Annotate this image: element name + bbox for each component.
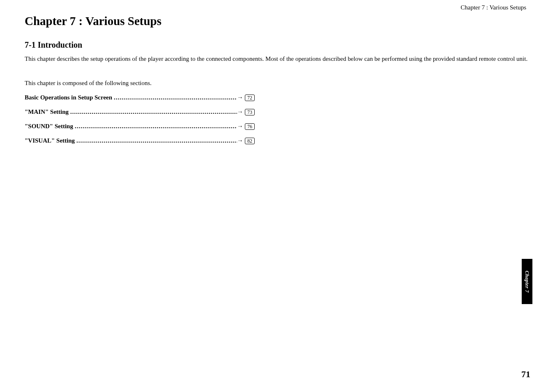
- running-head: Chapter 7 : Various Setups: [25, 4, 530, 11]
- page-number: 71: [521, 369, 530, 380]
- arrow-icon: →: [237, 108, 243, 115]
- toc-entry: "SOUND" Setting ........................…: [25, 123, 255, 130]
- chapter-title: Chapter 7 : Various Setups: [25, 14, 530, 28]
- toc-entry: Basic Operations in Setup Screen .......…: [25, 94, 255, 101]
- toc-leader-dots: ........................................…: [75, 137, 237, 144]
- toc-leader-dots: ........................................…: [112, 94, 237, 101]
- toc-label: "SOUND" Setting: [25, 123, 73, 130]
- toc-page-ref[interactable]: 73: [245, 109, 255, 115]
- sections-intro: This chapter is composed of the followin…: [25, 80, 530, 87]
- arrow-icon: →: [237, 137, 243, 144]
- toc-leader-dots: ........................................…: [69, 108, 237, 115]
- toc-entry: "MAIN" Setting .........................…: [25, 108, 255, 115]
- arrow-icon: →: [237, 94, 243, 101]
- side-tab-label: Chapter 7: [524, 270, 530, 293]
- toc-page-ref[interactable]: 76: [245, 123, 255, 130]
- toc-leader-dots: ........................................…: [73, 123, 237, 130]
- toc-label: Basic Operations in Setup Screen: [25, 94, 112, 101]
- toc-list: Basic Operations in Setup Screen .......…: [25, 94, 255, 144]
- side-tab: Chapter 7: [522, 259, 532, 304]
- toc-label: "MAIN" Setting: [25, 108, 69, 115]
- intro-paragraph: This chapter describes the setup operati…: [25, 55, 530, 63]
- toc-entry: "VISUAL" Setting .......................…: [25, 137, 255, 144]
- toc-page-ref[interactable]: 82: [245, 138, 255, 144]
- toc-page-ref[interactable]: 72: [245, 95, 255, 101]
- toc-label: "VISUAL" Setting: [25, 137, 75, 144]
- arrow-icon: →: [237, 123, 243, 130]
- section-heading: 7-1 Introduction: [25, 40, 530, 50]
